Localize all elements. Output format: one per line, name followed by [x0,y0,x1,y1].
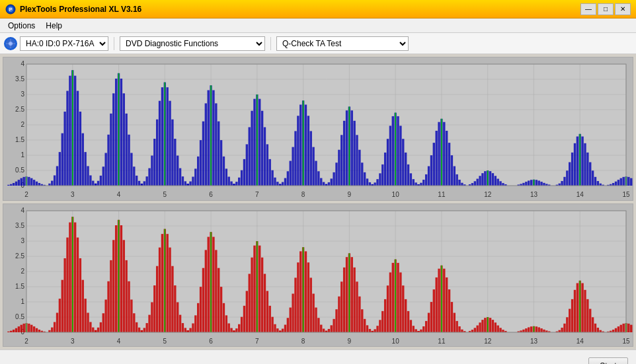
titlebar: P PlexTools Professional XL V3.16 — □ ✕ [0,0,636,18]
test-dropdown[interactable]: Q-Check TA Test [276,36,409,51]
drive-icon [4,37,17,50]
app-title: PlexTools Professional XL V3.16 [20,5,141,14]
main-content [0,54,636,349]
bottom-chart [3,203,633,347]
minimize-button[interactable]: — [580,3,596,15]
action-buttons: Start i [588,357,628,365]
top-chart-canvas [3,57,633,200]
toolbar-separator-1 [114,37,114,50]
menu-help[interactable]: Help [40,20,67,32]
drive-dropdown[interactable]: HA:0 ID:0 PX-716A [20,36,108,51]
top-chart [3,57,633,201]
titlebar-left: P PlexTools Professional XL V3.16 [5,4,141,15]
titlebar-controls: — □ ✕ [580,3,631,15]
start-button[interactable]: Start [588,357,628,365]
function-dropdown[interactable]: DVD Diagnostic Functions [120,36,265,51]
toolbar-separator-2 [270,37,271,50]
menu-options[interactable]: Options [3,20,40,32]
drive-selector: HA:0 ID:0 PX-716A [4,36,108,51]
menubar: Options Help [0,18,636,33]
toolbar: HA:0 ID:0 PX-716A DVD Diagnostic Functio… [0,33,636,54]
app-icon: P [5,4,16,15]
bottom-panel: Jitter: 5 Peak Shift: 5 TA Quality Indic… [0,349,636,364]
maximize-button[interactable]: □ [598,3,614,15]
close-button[interactable]: ✕ [615,3,631,15]
bottom-chart-canvas [3,204,633,347]
svg-text:P: P [9,7,13,12]
